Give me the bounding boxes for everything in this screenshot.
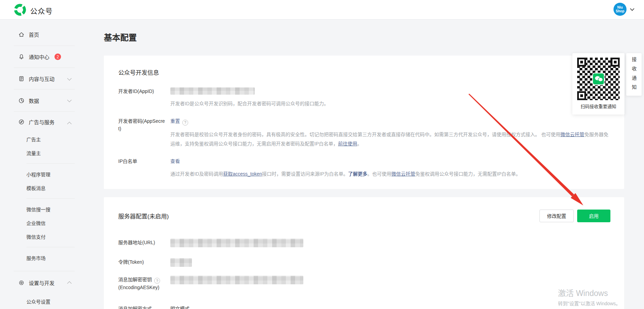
cloud-hosting-link[interactable]: 微信云托管: [560, 132, 584, 137]
bell-icon: [19, 54, 24, 60]
go-use-link[interactable]: 前往使用: [338, 141, 357, 146]
server-url-label: 服务器地址(URL): [118, 239, 170, 247]
brand-title: 公众号: [30, 5, 53, 16]
brand: 公众号: [14, 3, 53, 17]
sidebar-item-advertiser[interactable]: 广告主: [0, 133, 79, 146]
appid-redacted-value: [170, 87, 255, 95]
help-icon[interactable]: ?: [182, 120, 188, 126]
wechat-official-logo-icon: [14, 3, 26, 17]
chevron-down-icon: [67, 98, 72, 102]
account-menu[interactable]: Niu Shop: [613, 3, 634, 16]
developer-info-card: 公众号开发信息 开发者ID(AppID) 开发者ID是公众号开发识别码，配合开发…: [104, 56, 624, 189]
sidebar-item-ads[interactable]: 广告与服务: [0, 112, 79, 132]
chevron-down-icon: [67, 76, 72, 81]
server-url-row: 服务器地址(URL): [118, 239, 610, 247]
sidebar-item-label: 数据: [29, 97, 39, 104]
avatar[interactable]: Niu Shop: [613, 3, 627, 16]
notification-badge: 2: [54, 54, 61, 60]
sidebar-item-template-msg[interactable]: 模板消息: [0, 181, 79, 195]
aes-key-redacted-value: [170, 276, 303, 284]
sidebar-item-label: 内容与互动: [29, 75, 54, 82]
appsecret-desc-text: 开发者密码是校验公众号开发者身份的密码，具有极高的安全性。切记勿把密码直接交给第…: [170, 132, 560, 137]
token-row: 令牌(Token): [118, 258, 610, 267]
sidebar-subgroup-ads: 广告主 流量主 小程序管理 模板消息 微信搜一搜 企业微信 微信支付 服务市场: [0, 132, 79, 265]
sidebar: 首页 通知中心 2 内容与互动 数据 广告与服务: [0, 20, 79, 309]
notification-qr-panel: 扫码接收重要通知: [572, 53, 624, 115]
section-title-server-config: 服务器配置(未启用): [118, 212, 539, 220]
token-label: 令牌(Token): [118, 258, 170, 267]
learn-more-link[interactable]: 了解更多: [348, 171, 367, 177]
document-icon: [19, 76, 24, 82]
main-content: 基本配置 公众号开发信息 开发者ID(AppID) 开发者ID是公众号开发识别码…: [79, 20, 644, 309]
qr-finder-icon: [577, 91, 586, 100]
top-header: 公众号 Niu Shop: [0, 0, 644, 20]
modify-config-button[interactable]: 修改配置: [539, 210, 574, 222]
sidebar-item-home[interactable]: 首页: [0, 23, 79, 46]
appsecret-desc-text: 。: [357, 141, 362, 146]
sidebar-item-wechat-search[interactable]: 微信搜一搜: [0, 203, 79, 216]
enable-button[interactable]: 启用: [577, 210, 610, 222]
gear-icon: [19, 280, 24, 286]
appsecret-row: 开发者密码(AppSecret) 重置? 开发者密码是校验公众号开发者身份的密码…: [118, 117, 610, 148]
appsecret-label: 开发者密码(AppSecret): [118, 117, 170, 148]
help-icon[interactable]: ?: [154, 278, 160, 284]
aes-key-label: 消息加解密密钥? (EncodingAESKey): [118, 276, 170, 292]
sidebar-item-label: 通知中心: [29, 53, 49, 60]
chevron-up-icon: [67, 122, 72, 126]
avatar-text-line1: Niu: [617, 5, 623, 9]
appid-label: 开发者ID(AppID): [118, 87, 170, 108]
ip-whitelist-label: IP白名单: [118, 157, 170, 179]
ip-desc-text: 接口时，需要设置访问来源IP为白名单。: [262, 171, 348, 177]
sidebar-item-miniprogram[interactable]: 小程序管理: [0, 168, 79, 181]
sidebar-item-notifications[interactable]: 通知中心 2: [0, 46, 79, 68]
sidebar-item-content[interactable]: 内容与互动: [0, 68, 79, 89]
pie-chart-icon: [19, 98, 24, 104]
ip-desc-text: 免鉴权调用公众号接口能力，无需配置IP白名单。: [415, 171, 521, 177]
chevron-up-icon: [67, 281, 72, 286]
appsecret-description: 开发者密码是校验公众号开发者身份的密码，具有极高的安全性。切记勿把密码直接交给第…: [170, 130, 610, 148]
sidebar-item-traffic[interactable]: 流量主: [0, 146, 79, 160]
receive-notification-tab[interactable]: 接收通知: [626, 53, 642, 96]
sidebar-item-service-market[interactable]: 服务市场: [0, 251, 79, 265]
ip-whitelist-row: IP白名单 查看 通过开发者ID及密码调用获取access_token接口时，需…: [118, 157, 610, 179]
sidebar-item-wecom[interactable]: 企业微信: [0, 216, 79, 230]
sidebar-item-settings[interactable]: 设置与开发: [0, 271, 79, 294]
chevron-down-icon: [630, 7, 634, 11]
sidebar-subgroup-settings: 公众号设置: [0, 294, 79, 309]
ip-whitelist-description: 通过开发者ID及密码调用获取access_token接口时，需要设置访问来源IP…: [170, 169, 610, 179]
access-token-link[interactable]: 获取access_token: [223, 171, 262, 177]
server-config-card: 服务器配置(未启用) 修改配置 启用 服务器地址(URL) 令牌(Token) …: [104, 197, 624, 309]
wechat-logo-icon: [592, 73, 605, 85]
compass-icon: [19, 119, 24, 125]
ip-desc-text: 。也可使用: [367, 171, 391, 177]
token-redacted-value: [170, 258, 192, 267]
reset-link[interactable]: 重置: [170, 118, 180, 124]
sidebar-item-data[interactable]: 数据: [0, 90, 79, 111]
ip-desc-text: 通过开发者ID及密码调用: [170, 171, 223, 177]
sidebar-item-label: 广告与服务: [29, 118, 54, 126]
appid-row: 开发者ID(AppID) 开发者ID是公众号开发识别码，配合开发者密码可调用公众…: [118, 87, 610, 108]
server-config-header: 服务器配置(未启用) 修改配置 启用: [118, 210, 610, 222]
page-title: 基本配置: [104, 31, 644, 43]
qr-finder-icon: [577, 58, 586, 67]
section-title-dev-info: 公众号开发信息: [118, 68, 610, 76]
encrypt-mode-value: 明文模式: [170, 305, 610, 309]
cloud-hosting-link[interactable]: 微信云托管: [391, 171, 415, 177]
encrypt-mode-row: 消息加解密方式 明文模式: [118, 305, 610, 309]
sidebar-item-label: 设置与开发: [29, 279, 54, 286]
home-icon: [19, 32, 24, 37]
qr-code: [577, 58, 620, 100]
server-url-redacted-value: [170, 239, 303, 247]
sidebar-item-wechat-pay[interactable]: 微信支付: [0, 230, 79, 244]
avatar-text-line2: Shop: [616, 9, 624, 13]
qr-caption: 扫码接收重要通知: [572, 103, 624, 109]
appid-description: 开发者ID是公众号开发识别码，配合开发者密码可调用公众号的接口能力。: [170, 99, 610, 108]
aes-key-label-line1: 消息加解密密钥: [118, 277, 152, 282]
receive-notification-tab-label: 接收通知: [631, 55, 637, 94]
qr-finder-icon: [611, 58, 620, 67]
sidebar-item-label: 首页: [29, 31, 39, 38]
aes-key-label-line2: (EncodingAESKey): [118, 285, 159, 290]
aes-key-row: 消息加解密密钥? (EncodingAESKey): [118, 276, 610, 292]
sidebar-item-account-settings[interactable]: 公众号设置: [0, 295, 79, 309]
view-link[interactable]: 查看: [170, 158, 180, 164]
